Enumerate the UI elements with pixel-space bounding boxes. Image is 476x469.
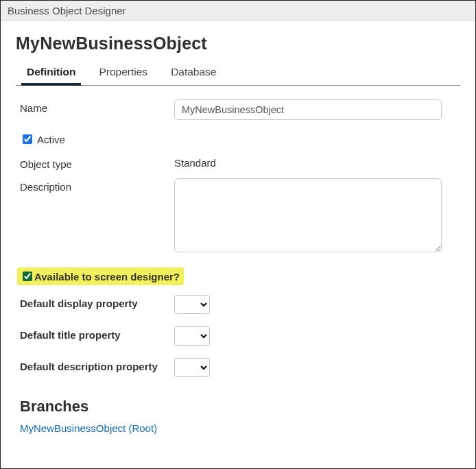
name-input[interactable]: [174, 99, 442, 120]
content-area: MyNewBusinessObject Definition Propertie…: [1, 21, 475, 441]
default-display-label: Default display property: [20, 295, 174, 309]
form-definition: Name Active Object type Standard Descrip…: [16, 86, 460, 434]
active-label: Active: [37, 134, 65, 145]
tab-database[interactable]: Database: [171, 62, 216, 85]
name-label: Name: [20, 99, 174, 114]
window-title: Business Object Designer: [8, 5, 126, 16]
default-display-select[interactable]: [174, 295, 210, 314]
branch-root-link[interactable]: MyNewBusinessObject (Root): [20, 422, 456, 434]
default-description-select[interactable]: [174, 358, 210, 377]
tab-definition[interactable]: Definition: [27, 62, 75, 85]
description-textarea[interactable]: [174, 178, 442, 252]
app-window: Business Object Designer MyNewBusinessOb…: [0, 0, 476, 469]
window-titlebar: Business Object Designer: [1, 1, 475, 21]
default-title-label: Default title property: [20, 326, 174, 341]
active-checkbox[interactable]: [23, 134, 32, 144]
available-checkbox[interactable]: [23, 272, 32, 281]
available-highlight: Available to screen designer?: [17, 267, 184, 285]
page-title: MyNewBusinessObject: [16, 34, 460, 53]
available-label: Available to screen designer?: [34, 271, 180, 282]
description-label: Description: [20, 178, 174, 193]
default-title-select[interactable]: [174, 326, 210, 346]
object-type-label: Object type: [20, 156, 174, 170]
default-description-label: Default description property: [20, 358, 174, 372]
tab-bar: Definition Properties Database: [16, 62, 460, 86]
object-type-value: Standard: [174, 156, 456, 169]
tab-properties[interactable]: Properties: [99, 62, 147, 85]
branches-heading: Branches: [20, 398, 456, 416]
